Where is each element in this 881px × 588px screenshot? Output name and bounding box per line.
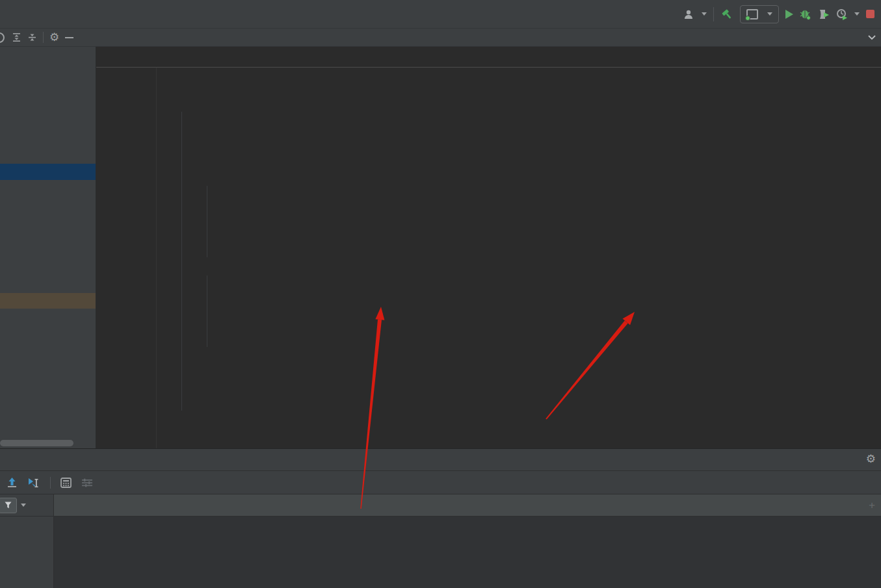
build-hammer-icon[interactable] (720, 8, 733, 20)
filter-dropdown-caret[interactable] (21, 504, 26, 507)
tab-overflow-chevron-icon[interactable] (863, 29, 881, 46)
settings-gear-icon[interactable]: ⚙ (49, 32, 59, 43)
debug-content (0, 517, 881, 588)
coverage-icon[interactable] (818, 8, 830, 20)
sidebar-selected-row[interactable] (0, 164, 96, 180)
run-button[interactable] (785, 10, 793, 19)
evaluate-expression-bar: + (0, 494, 881, 517)
cut-circle-icon (0, 32, 6, 43)
layout-settings-icon[interactable] (81, 478, 93, 487)
stop-button[interactable] (866, 10, 874, 18)
editor-tabs (96, 29, 863, 46)
run-config-app-icon (746, 9, 758, 19)
user-icon[interactable] (683, 9, 695, 19)
debug-panel: ⚙ + (0, 448, 881, 588)
expand-all-icon[interactable] (12, 32, 21, 42)
ide-window: { "breadcrumb": { "items": [ {"label": "… (0, 0, 881, 588)
tool-window-header-icons: ⚙ (0, 29, 96, 46)
gutter-border (156, 68, 157, 448)
editor-tab-bar: ⚙ (0, 29, 881, 47)
run-configuration-select[interactable] (740, 5, 779, 23)
toolbar-separator (50, 477, 51, 489)
hide-panel-icon[interactable] (65, 37, 73, 38)
profiler-icon[interactable] (836, 8, 848, 20)
top-navigation-bar (0, 0, 881, 29)
indent-guide (207, 186, 207, 257)
indent-guide (207, 275, 207, 347)
debug-panel-header: ⚙ (0, 449, 881, 471)
sidebar-horizontal-scrollbar[interactable] (0, 440, 73, 446)
debug-settings-gear-icon[interactable]: ⚙ (866, 454, 876, 465)
filter-funnel-button[interactable] (0, 498, 17, 513)
variables-list[interactable] (55, 517, 881, 588)
debug-toolbar (0, 471, 881, 494)
sticky-header-line (96, 49, 881, 68)
project-sidebar[interactable] (0, 47, 96, 448)
toolbar-separator (43, 32, 44, 43)
indent-guide (181, 112, 182, 411)
add-watch-plus-icon[interactable]: + (869, 499, 875, 511)
run-to-cursor-icon[interactable] (27, 477, 40, 488)
toolbar-separator (713, 7, 714, 21)
profiler-caret[interactable] (854, 12, 860, 16)
run-config-caret[interactable] (767, 12, 772, 16)
run-toolbar (683, 5, 881, 23)
debug-bug-icon[interactable] (800, 8, 811, 20)
evaluate-expression-input[interactable]: + (54, 494, 881, 516)
collapse-all-icon[interactable] (27, 32, 37, 42)
frames-list[interactable] (0, 517, 54, 588)
main-area (0, 47, 881, 448)
user-dropdown-caret[interactable] (702, 12, 707, 16)
watch-filter-cell (0, 494, 54, 516)
sidebar-highlighted-row[interactable] (0, 293, 96, 309)
evaluate-calculator-icon[interactable] (60, 478, 72, 488)
code-editor[interactable] (96, 47, 881, 448)
code-body[interactable] (96, 68, 881, 448)
step-out-icon[interactable] (7, 477, 18, 488)
